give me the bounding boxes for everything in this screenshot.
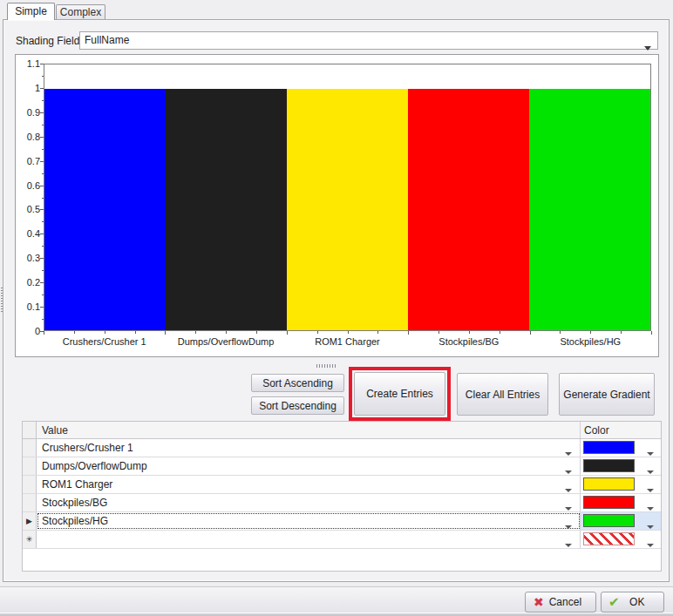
color-column-header[interactable]: Color	[581, 422, 661, 438]
table-header-row: Value Color	[23, 422, 661, 439]
y-axis-tick-label: 0.4	[17, 228, 40, 239]
table-new-row: ✳	[23, 531, 661, 549]
new-row-indicator[interactable]: ✳	[23, 531, 37, 548]
shading-field-label: Shading Field:	[16, 35, 83, 47]
y-axis-tick-label: 0.7	[17, 156, 40, 166]
y-axis-minor-tick	[42, 198, 44, 199]
y-axis-tick-label: 0.2	[17, 277, 40, 288]
color-cell[interactable]	[581, 457, 661, 475]
chart-bar-1	[44, 89, 166, 330]
window-bottom-edge	[0, 613, 673, 616]
row-indicator[interactable]	[23, 439, 37, 457]
chevron-down-icon[interactable]	[565, 483, 572, 493]
sort-ascending-button[interactable]: Sort Ascending	[251, 374, 344, 392]
y-axis-tick-label: 0.9	[17, 107, 40, 118]
chevron-down-icon[interactable]	[647, 538, 654, 550]
sort-descending-button[interactable]: Sort Descending	[251, 396, 344, 415]
x-axis-category-label: Stockpiles/HG	[530, 336, 651, 347]
y-axis-minor-tick	[42, 173, 44, 174]
color-swatch[interactable]	[583, 441, 635, 454]
y-axis-tick-label: 1.1	[17, 58, 40, 69]
y-axis-tick	[40, 186, 44, 186]
chevron-down-icon[interactable]	[647, 501, 654, 513]
tab-simple[interactable]: Simple	[7, 3, 55, 20]
color-cell[interactable]	[581, 439, 661, 457]
red-x-icon: ✖	[534, 595, 544, 609]
value-cell[interactable]: Dumps/OverflowDump	[37, 457, 581, 475]
chart-bar-4	[408, 89, 529, 330]
color-swatch[interactable]	[583, 496, 635, 509]
y-axis-tick-label: 0.1	[17, 301, 40, 312]
chevron-down-icon[interactable]	[647, 446, 654, 458]
chevron-down-icon[interactable]	[647, 519, 654, 531]
generate-gradient-button[interactable]: Generate Gradient	[559, 373, 655, 416]
table-row: Stockpiles/BG	[23, 494, 661, 512]
y-axis-minor-tick	[42, 149, 44, 150]
x-axis-category-label: Dumps/OverflowDump	[165, 336, 286, 347]
row-indicator[interactable]	[23, 476, 37, 493]
y-axis-minor-tick	[42, 246, 44, 247]
tab-page-simple: Shading Field: FullName 00.10.20.30.40.5…	[3, 19, 670, 582]
x-axis-category-label: ROM1 Charger	[287, 336, 408, 347]
create-entries-button[interactable]: Create Entries	[354, 372, 445, 416]
color-cell[interactable]	[581, 512, 661, 530]
x-axis-minor-tick	[195, 331, 196, 334]
chart-bar-3	[287, 89, 408, 330]
ok-button[interactable]: ✔ OK	[601, 592, 664, 613]
x-axis-tick	[287, 331, 288, 335]
value-cell[interactable]	[37, 531, 581, 548]
value-column-header[interactable]: Value	[37, 422, 581, 438]
y-axis-minor-tick	[42, 319, 44, 320]
row-indicator[interactable]	[23, 457, 37, 475]
x-axis-minor-tick	[135, 331, 136, 334]
chevron-down-icon[interactable]	[565, 501, 572, 511]
dialog-footer: ✖ Cancel ✔ OK	[0, 586, 673, 613]
table-row: ROM1 Charger	[23, 476, 661, 494]
chevron-down-icon[interactable]	[647, 483, 654, 495]
chart-bar-2	[166, 89, 287, 330]
chart-bar-5	[529, 89, 650, 330]
green-check-icon: ✔	[608, 594, 620, 610]
x-axis-minor-tick	[317, 331, 318, 334]
hatched-color-swatch[interactable]	[583, 532, 635, 545]
value-cell[interactable]: Crushers/Crusher 1	[37, 439, 581, 457]
shading-bar-chart: 00.10.20.30.40.50.60.70.80.911.1Crushers…	[15, 54, 659, 357]
horizontal-splitter-handle[interactable]	[316, 364, 336, 368]
y-axis-minor-tick	[42, 270, 44, 271]
x-axis-minor-tick	[469, 331, 470, 334]
color-cell[interactable]	[581, 494, 661, 511]
table-row: Crushers/Crusher 1	[23, 439, 661, 457]
row-indicator[interactable]: ▶	[23, 512, 37, 530]
cancel-button[interactable]: ✖ Cancel	[525, 592, 596, 613]
entries-table: Value Color Crushers/Crusher 1Dumps/Over…	[22, 421, 662, 572]
clear-all-entries-button[interactable]: Clear All Entries	[457, 373, 548, 416]
value-cell[interactable]: Stockpiles/HG	[37, 512, 581, 530]
value-cell[interactable]: ROM1 Charger	[37, 476, 581, 493]
x-axis-category-label: Stockpiles/BG	[408, 336, 529, 347]
y-axis-tick	[40, 161, 44, 162]
color-swatch[interactable]	[583, 514, 635, 527]
chevron-down-icon[interactable]	[565, 519, 572, 530]
y-axis-minor-tick	[42, 294, 44, 295]
y-axis-tick-label: 0.3	[17, 253, 40, 263]
value-cell[interactable]: Stockpiles/BG	[37, 494, 581, 511]
chevron-down-icon[interactable]	[565, 446, 572, 457]
table-row: Dumps/OverflowDump	[23, 457, 661, 476]
y-axis-tick	[40, 64, 44, 64]
y-axis-tick	[40, 137, 44, 138]
color-swatch[interactable]	[583, 477, 635, 491]
chevron-down-icon[interactable]	[647, 464, 654, 477]
chevron-down-icon[interactable]	[565, 464, 572, 475]
shading-field-select[interactable]: FullName	[79, 31, 658, 50]
chevron-down-icon[interactable]	[565, 538, 572, 548]
y-axis-tick-label: 0	[17, 326, 40, 336]
tab-complex[interactable]: Complex	[56, 4, 105, 20]
row-indicator[interactable]	[23, 494, 37, 511]
x-axis-minor-tick	[621, 331, 622, 334]
shading-dialog: Simple Complex Shading Field: FullName 0…	[0, 0, 673, 616]
color-swatch[interactable]	[583, 459, 635, 472]
color-cell[interactable]	[581, 476, 661, 493]
chart-plot-area	[44, 64, 651, 331]
color-cell[interactable]	[581, 531, 661, 548]
y-axis-minor-tick	[42, 125, 44, 125]
